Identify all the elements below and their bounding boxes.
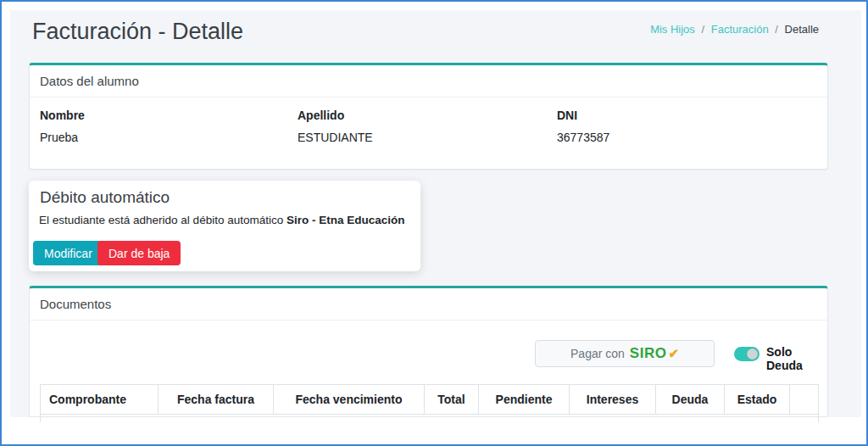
- field-label: Nombre: [40, 109, 85, 122]
- field-value: ESTUDIANTE: [298, 131, 373, 144]
- siro-check-icon: ✔: [668, 346, 679, 361]
- documents-card-title: Documentos: [30, 288, 827, 321]
- table-header-fecha-vencimiento: Fecha vencimiento: [274, 385, 425, 415]
- solo-deuda-toggle[interactable]: [734, 347, 760, 361]
- documents-card: Documentos Pagar con SIRO ✔ Solo Deuda C…: [29, 286, 828, 417]
- field-dni: DNI 36773587: [557, 109, 609, 144]
- debit-description: El estudiante está adherido al débito au…: [39, 214, 404, 226]
- breadcrumb-link-facturacion[interactable]: Facturación: [711, 23, 769, 36]
- table-header-empty: [790, 385, 819, 415]
- solo-deuda-label: Solo Deuda: [766, 345, 827, 372]
- table-header-total: Total: [425, 385, 479, 415]
- siro-logo: SIRO: [630, 345, 667, 362]
- toggle-knob: [747, 348, 758, 360]
- documents-table: Comprobante Fecha factura Fecha vencimie…: [40, 384, 819, 422]
- field-nombre: Nombre Prueba: [40, 109, 85, 144]
- table-row: [41, 415, 819, 423]
- field-value: 36773587: [557, 131, 609, 144]
- table-row-clipped: [41, 415, 819, 423]
- table-header-intereses: Intereses: [570, 385, 656, 415]
- page-title: Facturación - Detalle: [32, 19, 243, 45]
- debit-provider-name: Siro - Etna Educación: [287, 214, 405, 226]
- modify-button[interactable]: Modificar: [33, 241, 103, 265]
- table-header-deuda: Deuda: [656, 385, 725, 415]
- table-header-pendiente: Pendiente: [479, 385, 570, 415]
- breadcrumb-link-mis-hijos[interactable]: Mis Hijos: [650, 23, 695, 36]
- automatic-debit-card: Débito automático El estudiante está adh…: [29, 181, 420, 271]
- breadcrumb-current-detalle: Detalle: [785, 23, 819, 36]
- field-apellido: Apellido ESTUDIANTE: [298, 109, 373, 144]
- table-header-fecha-factura: Fecha factura: [159, 385, 274, 415]
- field-label: Apellido: [298, 109, 373, 122]
- breadcrumb-separator: /: [701, 23, 704, 36]
- window-frame: Facturación - Detalle Mis Hijos / Factur…: [0, 0, 868, 446]
- pay-button-label: Pagar con: [570, 347, 625, 360]
- breadcrumb-separator: /: [775, 23, 778, 36]
- table-header-row: Comprobante Fecha factura Fecha vencimie…: [41, 385, 819, 415]
- table-header-comprobante: Comprobante: [41, 385, 159, 415]
- field-value: Prueba: [40, 131, 85, 144]
- pay-with-siro-button[interactable]: Pagar con SIRO ✔: [535, 340, 715, 367]
- debit-card-title: Débito automático: [40, 188, 170, 207]
- student-card-title: Datos del alumno: [30, 65, 827, 98]
- debit-description-text: El estudiante está adherido al débito au…: [39, 214, 287, 226]
- student-data-card: Datos del alumno Nombre Prueba Apellido …: [29, 63, 828, 170]
- unsubscribe-button[interactable]: Dar de baja: [97, 241, 181, 265]
- breadcrumb: Mis Hijos / Facturación / Detalle: [650, 23, 819, 36]
- table-header-estado: Estado: [725, 385, 790, 415]
- field-label: DNI: [557, 109, 609, 122]
